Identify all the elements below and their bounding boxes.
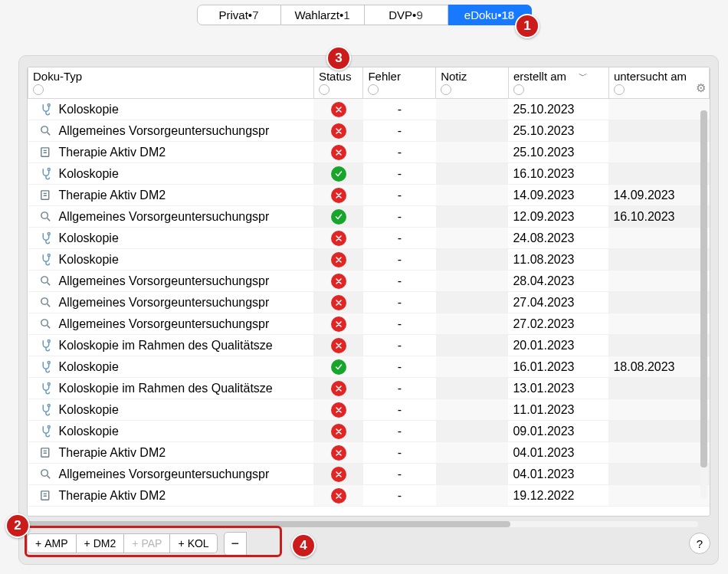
notiz-cell	[436, 421, 509, 442]
untersucht-cell	[608, 378, 709, 399]
table-row[interactable]: Therapie Aktiv DM2-04.01.2023	[28, 442, 710, 464]
notiz-cell	[436, 442, 509, 464]
koloskopie-icon	[39, 425, 53, 438]
add-kol-button[interactable]: + KOL	[170, 533, 217, 553]
untersucht-cell	[608, 399, 709, 421]
doku-typ-value: Koloskopie im Rahmen des Qualitätsze	[59, 339, 273, 353]
doku-typ-value: Allgemeines Vorsorgeuntersuchungspr	[59, 274, 270, 288]
fehler-cell: -	[363, 399, 436, 421]
note-icon	[39, 146, 53, 159]
scroll-thumb[interactable]	[700, 110, 707, 467]
add-button-label: PAP	[141, 537, 162, 549]
vertical-scrollbar[interactable]	[700, 110, 707, 499]
erstellt-cell: 20.01.2023	[508, 335, 608, 356]
table-row[interactable]: Koloskopie-16.01.202318.08.2023	[28, 356, 710, 378]
notiz-cell	[436, 464, 509, 485]
svg-point-12	[48, 361, 50, 363]
filter-circle-icon[interactable]	[33, 84, 44, 95]
table-row[interactable]: Koloskopie im Rahmen des Qualitätsze-13.…	[28, 378, 710, 399]
filter-circle-icon[interactable]	[513, 84, 524, 95]
table-row[interactable]: Allgemeines Vorsorgeuntersuchungspr-04.0…	[28, 464, 710, 485]
tab-wahlarzt[interactable]: Wahlarzt•1	[281, 5, 365, 25]
col-notiz-label: Notiz	[441, 70, 467, 83]
tab-dvp[interactable]: DVP•9	[365, 5, 448, 25]
tab-label: eDoku	[464, 8, 497, 21]
tab-count: 1	[343, 8, 349, 21]
table-row[interactable]: Therapie Aktiv DM2-25.10.2023	[28, 142, 710, 163]
col-status-label: Status	[319, 70, 352, 83]
tab-label: DVP	[389, 8, 412, 21]
col-erstellt-label: erstellt am	[513, 70, 566, 83]
note-icon	[39, 489, 53, 503]
untersucht-cell	[608, 313, 709, 335]
fehler-cell: -	[363, 421, 436, 442]
col-status[interactable]: Status	[313, 67, 363, 99]
table-row[interactable]: Allgemeines Vorsorgeuntersuchungspr-28.0…	[28, 271, 710, 292]
magnifier-icon	[39, 210, 53, 224]
remove-button[interactable]: −	[224, 532, 247, 556]
gear-icon[interactable]: ⚙	[694, 81, 707, 95]
add-amp-button[interactable]: + AMP	[27, 533, 77, 553]
filter-circle-icon[interactable]	[319, 84, 330, 95]
plus-icon: +	[84, 537, 90, 549]
filter-circle-icon[interactable]	[368, 84, 379, 95]
table-row[interactable]: Koloskopie-09.01.2023	[28, 421, 710, 442]
check-icon	[331, 209, 346, 225]
col-erstellt-am[interactable]: erstellt am ﹀	[508, 67, 608, 99]
erstellt-cell: 27.02.2023	[508, 313, 608, 335]
callout-3: 3	[326, 46, 351, 71]
fehler-cell: -	[363, 206, 436, 228]
tab-count: 7	[252, 8, 258, 21]
table-row[interactable]: Allgemeines Vorsorgeuntersuchungspr-27.0…	[28, 292, 710, 313]
table-row[interactable]: Therapie Aktiv DM2-14.09.202314.09.2023	[28, 185, 710, 206]
erstellt-cell: 12.09.2023	[508, 206, 608, 228]
table-row[interactable]: Allgemeines Vorsorgeuntersuchungspr-12.0…	[28, 206, 710, 228]
check-icon	[331, 359, 346, 375]
koloskopie-icon	[39, 382, 53, 395]
add-dm2-button[interactable]: + DM2	[77, 533, 125, 553]
close-icon	[331, 188, 346, 203]
erstellt-cell: 27.04.2023	[508, 292, 608, 313]
col-doku-typ[interactable]: Doku-Typ	[28, 67, 314, 99]
table-row[interactable]: Koloskopie-11.08.2023	[28, 249, 710, 271]
status-cell	[313, 99, 363, 120]
col-fehler[interactable]: Fehler	[363, 67, 436, 99]
doku-table: Doku-Typ Status Fehler Notiz erstellt am…	[28, 67, 710, 507]
untersucht-cell	[608, 335, 709, 356]
status-cell	[313, 228, 363, 249]
toolbar: + AMP+ DM2+ PAP+ KOL − ?	[27, 532, 710, 555]
doku-table-wrap: Doku-Typ Status Fehler Notiz erstellt am…	[27, 67, 710, 517]
untersucht-cell	[608, 249, 709, 271]
status-cell	[313, 206, 363, 228]
untersucht-cell	[608, 163, 709, 185]
table-row[interactable]: Koloskopie im Rahmen des Qualitätsze-20.…	[28, 335, 710, 356]
callout-2: 2	[5, 513, 30, 538]
status-cell	[313, 356, 363, 378]
table-row[interactable]: Koloskopie-25.10.2023	[28, 99, 710, 120]
table-row[interactable]: Therapie Aktiv DM2-19.12.2022	[28, 485, 710, 507]
table-row[interactable]: Koloskopie-11.01.2023	[28, 399, 710, 421]
col-notiz[interactable]: Notiz	[436, 67, 509, 99]
horizontal-scrollbar[interactable]	[27, 521, 698, 527]
table-row[interactable]: Koloskopie-16.10.2023	[28, 163, 710, 185]
tab-bar: Privat•7Wahlarzt•1DVP•9eDoku•18	[0, 5, 728, 25]
koloskopie-icon	[39, 167, 53, 181]
doku-typ-value: Koloskopie	[59, 425, 119, 438]
table-row[interactable]: Allgemeines Vorsorgeuntersuchungspr-25.1…	[28, 120, 710, 142]
help-button[interactable]: ?	[689, 533, 710, 554]
status-cell	[313, 163, 363, 185]
tab-count: 18	[501, 8, 514, 21]
notiz-cell	[436, 485, 509, 507]
close-icon	[331, 317, 346, 332]
tab-privat[interactable]: Privat•7	[197, 5, 281, 25]
table-row[interactable]: Koloskopie-24.08.2023	[28, 228, 710, 249]
filter-circle-icon[interactable]	[614, 84, 625, 95]
status-cell	[313, 464, 363, 485]
table-row[interactable]: Allgemeines Vorsorgeuntersuchungspr-27.0…	[28, 313, 710, 335]
filter-circle-icon[interactable]	[441, 84, 451, 95]
erstellt-cell: 11.01.2023	[508, 399, 608, 421]
add-pap-button: + PAP	[124, 533, 170, 553]
hscroll-thumb[interactable]	[27, 521, 510, 527]
close-icon	[331, 424, 346, 439]
close-icon	[331, 445, 346, 461]
